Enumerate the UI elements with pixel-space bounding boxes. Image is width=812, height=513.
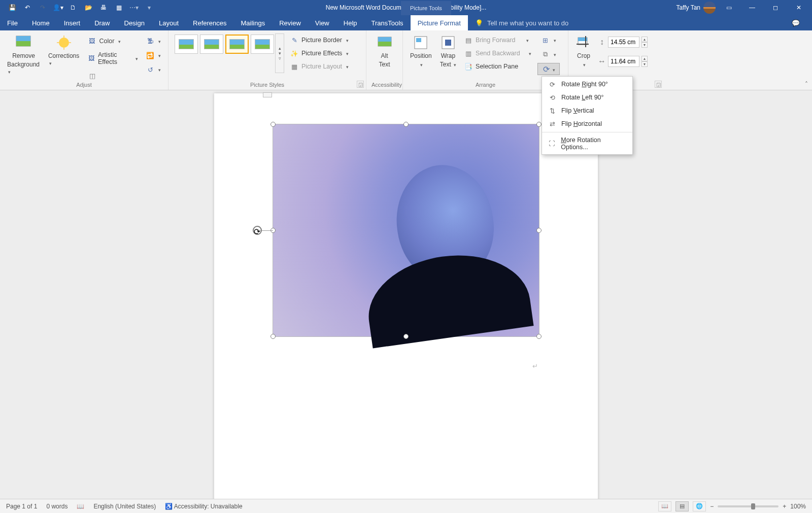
svg-rect-9 <box>378 37 391 42</box>
zoom-out-button[interactable]: − <box>710 503 714 510</box>
picture-style-thumb[interactable] <box>251 35 274 54</box>
redo-icon[interactable]: ↷ <box>36 2 50 14</box>
table-icon[interactable]: ▦ <box>112 2 126 14</box>
undo-icon[interactable]: ↶ <box>20 2 35 14</box>
zoom-in-button[interactable]: + <box>783 503 786 510</box>
height-spin-up[interactable]: ▲ <box>641 37 648 42</box>
selection-handle[interactable] <box>403 334 409 339</box>
picture-styles-more-button[interactable]: ▴▾▿ <box>275 33 284 73</box>
selection-handle[interactable] <box>403 122 409 127</box>
styles-dialog-launcher[interactable]: ◲ <box>357 81 364 88</box>
artistic-effects-button[interactable]: 🖼Artistic Effects <box>86 50 140 67</box>
picture-style-thumb[interactable] <box>200 35 223 54</box>
picture-layout-button[interactable]: ▦Picture Layout <box>288 61 351 72</box>
tab-help[interactable]: Help <box>336 15 364 30</box>
corrections-button[interactable]: Corrections <box>46 33 82 67</box>
open-icon[interactable]: 📂 <box>81 2 95 14</box>
selection-handle[interactable] <box>536 122 542 127</box>
label: Text <box>379 61 390 68</box>
position-button[interactable]: Position <box>408 33 434 69</box>
picture-style-thumb[interactable] <box>175 35 198 54</box>
selection-handle[interactable] <box>270 334 276 339</box>
qat-customize-icon[interactable]: ▾ <box>142 2 156 14</box>
tab-picture-format[interactable]: Picture Format <box>411 15 468 30</box>
rotate-right-90-item[interactable]: ⟳Rotate Right 90° <box>542 78 632 91</box>
bring-forward-button[interactable]: ▤Bring Forward <box>462 35 533 46</box>
remove-background-button[interactable]: Remove Background <box>5 33 42 76</box>
tab-design[interactable]: Design <box>117 15 152 30</box>
size-dialog-launcher[interactable]: ◲ <box>655 81 662 88</box>
accessibility-status[interactable]: ♿ Accessibility: Unavailable <box>165 503 242 510</box>
tab-review[interactable]: Review <box>272 15 308 30</box>
ribbon-display-icon[interactable]: ▭ <box>719 0 739 15</box>
flip-horizontal-icon: ⇄ <box>548 120 556 128</box>
tab-home[interactable]: Home <box>25 15 57 30</box>
save-icon[interactable]: 💾 <box>5 2 19 14</box>
ruler-marker[interactable] <box>263 92 272 97</box>
tell-me-text: Tell me what you want to do <box>487 19 568 27</box>
send-backward-button[interactable]: ▥Send Backward <box>462 48 533 59</box>
selection-handle[interactable] <box>536 228 542 233</box>
word-count[interactable]: 0 words <box>46 503 67 510</box>
paragraph-mark: ↵ <box>532 362 538 370</box>
spellcheck-icon[interactable]: 📖 <box>77 503 84 510</box>
read-mode-button[interactable]: 📖 <box>658 501 671 511</box>
tab-mailings[interactable]: Mailings <box>234 15 273 30</box>
tab-file[interactable]: File <box>0 15 25 30</box>
selection-pane-button[interactable]: 📑Selection Pane <box>462 61 533 72</box>
tell-me-search[interactable]: 💡 Tell me what you want to do <box>468 15 576 30</box>
avatar[interactable] <box>703 2 716 14</box>
page-status[interactable]: Page 1 of 1 <box>6 503 37 510</box>
change-picture-button[interactable]: 🔁 <box>144 50 163 61</box>
zoom-level[interactable]: 100% <box>790 503 806 510</box>
selected-picture[interactable]: ⟳ <box>273 124 539 337</box>
collapse-ribbon-icon[interactable]: ˄ <box>805 81 808 88</box>
rotate-left-90-item[interactable]: ⟲Rotate Left 90° <box>542 91 632 104</box>
flip-vertical-item[interactable]: ⇅Flip Vertical <box>542 104 632 117</box>
transparency-button[interactable]: ◫ <box>86 70 140 81</box>
new-doc-icon[interactable]: 🗋 <box>66 2 80 14</box>
tab-references[interactable]: References <box>186 15 233 30</box>
picture-effects-button[interactable]: ✨Picture Effects <box>288 48 351 59</box>
selection-handle[interactable] <box>536 334 542 339</box>
rotate-handle[interactable]: ⟳ <box>253 226 262 235</box>
width-spin-down[interactable]: ▼ <box>641 61 648 67</box>
qat-button[interactable]: 👤▾ <box>51 2 65 14</box>
comments-icon[interactable]: 💬 <box>786 15 806 30</box>
color-button[interactable]: 🖼Color <box>86 36 140 47</box>
picture-style-thumb-selected[interactable] <box>225 35 249 54</box>
quick-print-icon[interactable]: 🖶 <box>96 2 111 14</box>
picture-border-button[interactable]: ✎Picture Border <box>288 35 351 46</box>
tab-insert[interactable]: Insert <box>57 15 88 30</box>
web-layout-button[interactable]: 🌐 <box>693 501 706 511</box>
compress-pictures-button[interactable]: 🗜 <box>144 36 163 47</box>
close-icon[interactable]: ✕ <box>789 0 809 15</box>
flip-horizontal-item[interactable]: ⇄Flip Horizontal <box>542 117 632 130</box>
tab-layout[interactable]: Layout <box>152 15 186 30</box>
rotate-button[interactable]: ⟳ <box>537 63 560 75</box>
tab-view[interactable]: View <box>308 15 336 30</box>
crop-button[interactable]: Crop <box>573 33 594 69</box>
height-input[interactable] <box>608 37 639 48</box>
reset-picture-button[interactable]: ↺ <box>144 64 163 75</box>
height-spin-down[interactable]: ▼ <box>641 42 648 48</box>
language-status[interactable]: English (United States) <box>93 503 156 510</box>
page[interactable]: ⟳ ↵ <box>214 93 598 499</box>
zoom-thumb[interactable] <box>751 503 755 509</box>
qat-more-icon[interactable]: ⋯▾ <box>127 2 141 14</box>
zoom-slider[interactable] <box>718 505 779 507</box>
maximize-icon[interactable]: ◻ <box>765 0 786 15</box>
group-objects-button[interactable]: ⧉ <box>539 49 558 60</box>
print-layout-button[interactable]: ▤ <box>675 501 689 511</box>
width-spin-up[interactable]: ▲ <box>641 56 648 61</box>
more-rotation-options-item[interactable]: ⛶More Rotation Options... <box>542 134 632 153</box>
label: Send Backward <box>476 50 520 57</box>
width-input[interactable] <box>608 56 639 67</box>
tab-transtools[interactable]: TransTools <box>364 15 411 30</box>
tab-draw[interactable]: Draw <box>87 15 117 30</box>
selection-handle[interactable] <box>270 122 276 127</box>
wrap-text-button[interactable]: Wrap Text <box>438 33 458 69</box>
minimize-icon[interactable]: — <box>742 0 762 15</box>
align-button[interactable]: ⊞ <box>539 35 558 46</box>
alt-text-button[interactable]: Alt Text <box>375 33 395 69</box>
